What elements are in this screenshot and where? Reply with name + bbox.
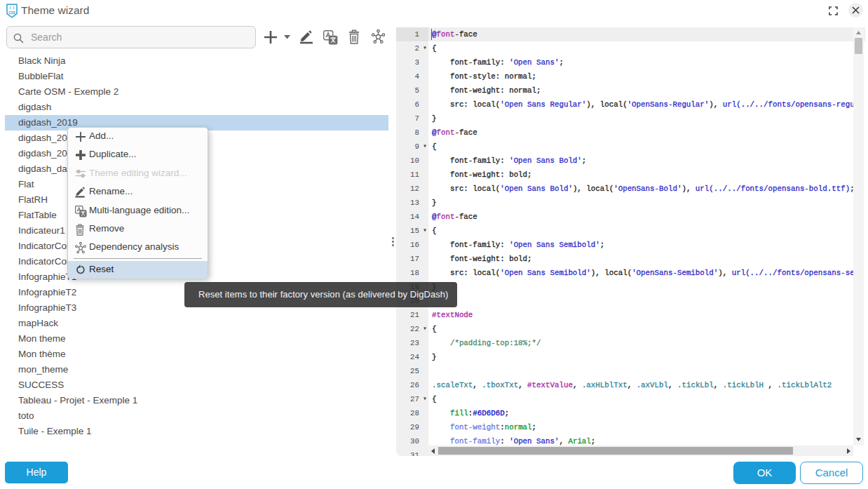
svg-text:CSS: CSS	[8, 11, 15, 15]
